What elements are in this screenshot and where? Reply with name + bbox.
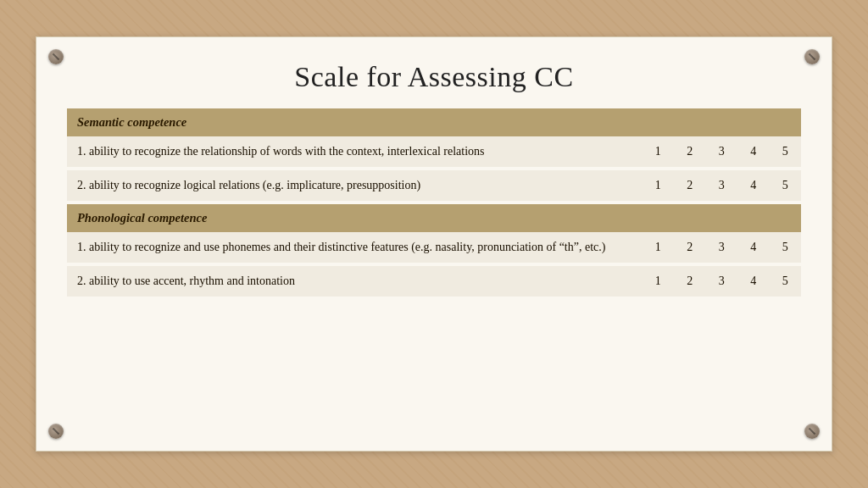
rating-cell-2[interactable]: 2: [674, 266, 706, 297]
rating-cell-1[interactable]: 1: [642, 266, 674, 297]
table-row: 1. ability to recognize and use phonemes…: [67, 232, 801, 263]
rating-cell-2[interactable]: 2: [674, 136, 706, 167]
rating-cell-5[interactable]: 5: [769, 266, 801, 297]
rating-cell-3[interactable]: 3: [705, 170, 737, 201]
section-header-row: Phonological competence: [67, 204, 801, 232]
rating-cell-5[interactable]: 5: [769, 170, 801, 201]
rating-cell-4[interactable]: 4: [737, 232, 770, 263]
table-row: 1. ability to recognize the relationship…: [67, 136, 801, 167]
rating-cell-4[interactable]: 4: [737, 170, 770, 201]
screw-top-right: [804, 49, 820, 64]
screw-bottom-left: [48, 424, 64, 439]
item-description: 2. ability to recognize logical relation…: [67, 170, 642, 201]
section-header-text: Phonological competence: [67, 204, 801, 232]
rating-cell-2[interactable]: 2: [674, 170, 706, 201]
section-header-row: Semantic competence: [67, 108, 801, 136]
rating-cell-5[interactable]: 5: [769, 232, 801, 263]
item-description: 1. ability to recognize the relationship…: [67, 136, 642, 167]
rating-cell-1[interactable]: 1: [642, 170, 674, 201]
rating-cell-3[interactable]: 3: [705, 266, 737, 297]
table-row: 2. ability to recognize logical relation…: [67, 170, 801, 201]
screw-top-left: [48, 49, 64, 64]
item-description: 1. ability to recognize and use phonemes…: [67, 232, 642, 263]
rating-cell-3[interactable]: 3: [705, 232, 737, 263]
table-row: 2. ability to use accent, rhythm and int…: [67, 266, 801, 297]
screw-bottom-right: [804, 424, 820, 439]
item-description: 2. ability to use accent, rhythm and int…: [67, 266, 642, 297]
rating-cell-4[interactable]: 4: [737, 136, 770, 167]
rating-cell-2[interactable]: 2: [674, 232, 706, 263]
rating-cell-1[interactable]: 1: [642, 232, 674, 263]
rating-cell-1[interactable]: 1: [642, 136, 674, 167]
rating-cell-4[interactable]: 4: [737, 266, 770, 297]
rating-cell-5[interactable]: 5: [769, 136, 801, 167]
section-header-text: Semantic competence: [67, 108, 801, 136]
rating-cell-3[interactable]: 3: [705, 136, 737, 167]
card: Scale for Assessing CC Semantic competen…: [36, 36, 832, 452]
page-title: Scale for Assessing CC: [67, 61, 801, 93]
assessment-table: Semantic competence1. ability to recogni…: [67, 108, 801, 300]
